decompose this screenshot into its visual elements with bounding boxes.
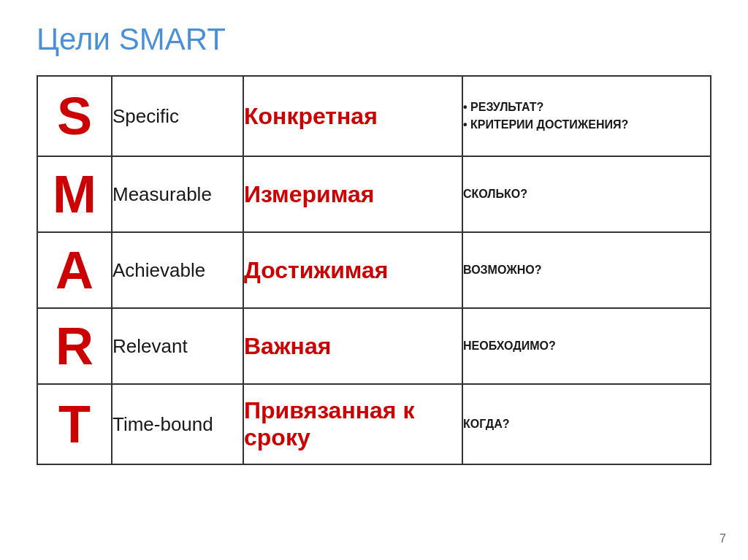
letter-s: S (38, 79, 111, 153)
table-row: R Relevant Важная НЕОБХОДИМО? (37, 308, 711, 384)
english-label-m: Measurable (112, 183, 212, 205)
question-cell-m: СКОЛЬКО? (462, 156, 711, 232)
page: Цели SMART S Specific Конкретная • РЕЗУЛ… (0, 0, 748, 560)
letter-cell-t: T (37, 384, 112, 464)
question-label-t: КОГДА? (463, 418, 510, 430)
question-cell-t: КОГДА? (462, 384, 711, 464)
english-label-r: Relevant (112, 335, 188, 357)
letter-cell-a: A (37, 232, 112, 308)
english-cell-a: Achievable (112, 232, 243, 308)
letter-r: R (38, 309, 111, 383)
letter-t: T (38, 387, 111, 461)
english-label-t: Time-bound (112, 413, 213, 435)
page-number: 7 (720, 532, 726, 545)
russian-cell-r: Важная (243, 308, 462, 384)
letter-cell-r: R (37, 308, 112, 384)
russian-label-r: Важная (244, 333, 331, 359)
russian-cell-t: Привязанная к сроку (243, 384, 462, 464)
letter-a: A (38, 233, 111, 307)
russian-label-s: Конкретная (244, 103, 378, 129)
russian-label-t: Привязанная к сроку (244, 397, 414, 450)
english-cell-t: Time-bound (112, 384, 243, 464)
english-label-a: Achievable (112, 259, 205, 281)
letter-cell-s: S (37, 76, 112, 156)
question-cell-a: ВОЗМОЖНО? (462, 232, 711, 308)
english-cell-s: Specific (112, 76, 243, 156)
question-cell-r: НЕОБХОДИМО? (462, 308, 711, 384)
question-label-a: ВОЗМОЖНО? (463, 264, 541, 276)
table-row: A Achievable Достижимая ВОЗМОЖНО? (37, 232, 711, 308)
english-cell-m: Measurable (112, 156, 243, 232)
table-row: S Specific Конкретная • РЕЗУЛЬТАТ?• КРИТ… (37, 76, 711, 156)
page-title: Цели SMART (37, 22, 711, 57)
smart-table: S Specific Конкретная • РЕЗУЛЬТАТ?• КРИТ… (37, 75, 711, 465)
russian-cell-a: Достижимая (243, 232, 462, 308)
russian-label-m: Измеримая (244, 181, 375, 207)
question-cell-s: • РЕЗУЛЬТАТ?• КРИТЕРИИ ДОСТИЖЕНИЯ? (462, 76, 711, 156)
english-label-s: Specific (112, 105, 179, 127)
russian-cell-s: Конкретная (243, 76, 462, 156)
letter-m: M (38, 157, 111, 231)
russian-cell-m: Измеримая (243, 156, 462, 232)
letter-cell-m: M (37, 156, 112, 232)
question-label-r: НЕОБХОДИМО? (463, 340, 556, 352)
question-label-m: СКОЛЬКО? (463, 188, 527, 200)
russian-label-a: Достижимая (244, 257, 389, 283)
table-row: M Measurable Измеримая СКОЛЬКО? (37, 156, 711, 232)
table-row: T Time-bound Привязанная к сроку КОГДА? (37, 384, 711, 464)
english-cell-r: Relevant (112, 308, 243, 384)
